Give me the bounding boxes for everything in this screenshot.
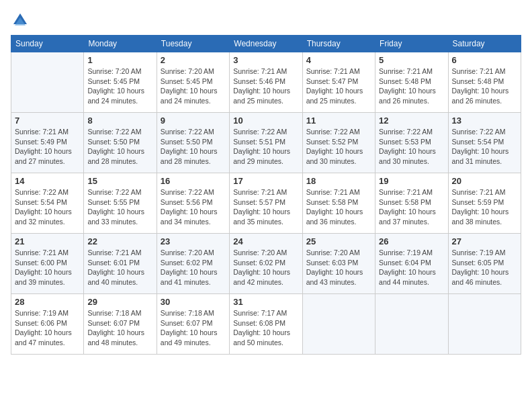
day-info: Sunrise: 7:22 AM Sunset: 5:55 PM Dayligh…	[87, 187, 152, 227]
day-info: Sunrise: 7:21 AM Sunset: 5:48 PM Dayligh…	[379, 66, 444, 106]
calendar-cell: 17Sunrise: 7:21 AM Sunset: 5:57 PM Dayli…	[230, 173, 302, 234]
week-row-2: 7Sunrise: 7:21 AM Sunset: 5:49 PM Daylig…	[11, 113, 521, 173]
day-info: Sunrise: 7:20 AM Sunset: 5:45 PM Dayligh…	[161, 66, 226, 106]
calendar-cell: 19Sunrise: 7:21 AM Sunset: 5:58 PM Dayli…	[375, 173, 448, 234]
day-number: 27	[452, 236, 517, 246]
day-info: Sunrise: 7:20 AM Sunset: 6:03 PM Dayligh…	[306, 248, 371, 287]
day-info: Sunrise: 7:22 AM Sunset: 5:56 PM Dayligh…	[161, 187, 226, 227]
calendar-cell: 14Sunrise: 7:22 AM Sunset: 5:54 PM Dayli…	[11, 173, 84, 234]
calendar-cell: 31Sunrise: 7:17 AM Sunset: 6:08 PM Dayli…	[230, 294, 302, 355]
day-info: Sunrise: 7:21 AM Sunset: 6:00 PM Dayligh…	[15, 248, 80, 287]
day-info: Sunrise: 7:19 AM Sunset: 6:04 PM Dayligh…	[379, 248, 444, 287]
day-number: 26	[379, 236, 444, 246]
day-info: Sunrise: 7:21 AM Sunset: 6:01 PM Dayligh…	[87, 248, 152, 287]
week-row-3: 14Sunrise: 7:22 AM Sunset: 5:54 PM Dayli…	[11, 173, 521, 234]
logo	[11, 11, 32, 30]
day-number: 3	[233, 55, 298, 65]
calendar-cell: 1Sunrise: 7:20 AM Sunset: 5:45 PM Daylig…	[84, 52, 157, 113]
day-number: 18	[306, 176, 371, 186]
day-info: Sunrise: 7:19 AM Sunset: 6:06 PM Dayligh…	[15, 308, 80, 348]
day-info: Sunrise: 7:21 AM Sunset: 5:46 PM Dayligh…	[233, 66, 298, 106]
calendar-cell: 20Sunrise: 7:21 AM Sunset: 5:59 PM Dayli…	[448, 173, 521, 234]
day-info: Sunrise: 7:19 AM Sunset: 6:05 PM Dayligh…	[452, 248, 517, 287]
day-info: Sunrise: 7:17 AM Sunset: 6:08 PM Dayligh…	[233, 308, 298, 348]
day-number: 20	[452, 176, 517, 186]
calendar-cell: 23Sunrise: 7:20 AM Sunset: 6:02 PM Dayli…	[157, 234, 229, 294]
calendar-cell: 5Sunrise: 7:21 AM Sunset: 5:48 PM Daylig…	[375, 52, 448, 113]
page-header	[11, 11, 521, 30]
day-number: 29	[87, 297, 152, 307]
day-number: 31	[233, 297, 298, 307]
day-info: Sunrise: 7:21 AM Sunset: 5:47 PM Dayligh…	[306, 66, 371, 106]
calendar-cell: 9Sunrise: 7:22 AM Sunset: 5:50 PM Daylig…	[157, 113, 229, 173]
calendar-cell: 4Sunrise: 7:21 AM Sunset: 5:47 PM Daylig…	[302, 52, 375, 113]
day-number: 1	[87, 55, 152, 65]
day-number: 15	[87, 176, 152, 186]
day-info: Sunrise: 7:21 AM Sunset: 5:58 PM Dayligh…	[379, 187, 444, 227]
day-number: 6	[452, 55, 517, 65]
calendar-cell: 30Sunrise: 7:18 AM Sunset: 6:07 PM Dayli…	[157, 294, 229, 355]
day-info: Sunrise: 7:18 AM Sunset: 6:07 PM Dayligh…	[161, 308, 226, 348]
day-number: 7	[15, 116, 80, 126]
day-header-saturday: Saturday	[448, 36, 521, 52]
day-number: 21	[15, 236, 80, 246]
calendar-cell	[448, 294, 521, 355]
calendar-cell: 25Sunrise: 7:20 AM Sunset: 6:03 PM Dayli…	[302, 234, 375, 294]
day-number: 16	[161, 176, 226, 186]
calendar-cell: 24Sunrise: 7:20 AM Sunset: 6:02 PM Dayli…	[230, 234, 302, 294]
day-info: Sunrise: 7:20 AM Sunset: 5:45 PM Dayligh…	[87, 66, 152, 106]
day-info: Sunrise: 7:22 AM Sunset: 5:53 PM Dayligh…	[379, 127, 444, 167]
calendar-cell: 12Sunrise: 7:22 AM Sunset: 5:53 PM Dayli…	[375, 113, 448, 173]
day-number: 28	[15, 297, 80, 307]
calendar-cell: 2Sunrise: 7:20 AM Sunset: 5:45 PM Daylig…	[157, 52, 229, 113]
calendar-cell	[11, 52, 84, 113]
day-info: Sunrise: 7:22 AM Sunset: 5:52 PM Dayligh…	[306, 127, 371, 167]
day-number: 13	[452, 116, 517, 126]
calendar-cell: 8Sunrise: 7:22 AM Sunset: 5:50 PM Daylig…	[84, 113, 157, 173]
day-info: Sunrise: 7:22 AM Sunset: 5:50 PM Dayligh…	[87, 127, 152, 167]
calendar-cell: 22Sunrise: 7:21 AM Sunset: 6:01 PM Dayli…	[84, 234, 157, 294]
calendar-cell	[302, 294, 375, 355]
calendar-cell: 13Sunrise: 7:22 AM Sunset: 5:54 PM Dayli…	[448, 113, 521, 173]
day-number: 30	[161, 297, 226, 307]
day-info: Sunrise: 7:22 AM Sunset: 5:54 PM Dayligh…	[15, 187, 80, 227]
calendar-cell: 26Sunrise: 7:19 AM Sunset: 6:04 PM Dayli…	[375, 234, 448, 294]
day-number: 22	[87, 236, 152, 246]
day-header-monday: Monday	[84, 36, 157, 52]
week-row-1: 1Sunrise: 7:20 AM Sunset: 5:45 PM Daylig…	[11, 52, 521, 113]
day-info: Sunrise: 7:20 AM Sunset: 6:02 PM Dayligh…	[233, 248, 298, 287]
day-number: 12	[379, 116, 444, 126]
calendar-cell: 10Sunrise: 7:22 AM Sunset: 5:51 PM Dayli…	[230, 113, 302, 173]
day-number: 9	[161, 116, 226, 126]
day-number: 4	[306, 55, 371, 65]
calendar-header-row: SundayMondayTuesdayWednesdayThursdayFrid…	[11, 36, 521, 52]
day-number: 10	[233, 116, 298, 126]
day-number: 17	[233, 176, 298, 186]
day-info: Sunrise: 7:21 AM Sunset: 5:57 PM Dayligh…	[233, 187, 298, 227]
day-number: 14	[15, 176, 80, 186]
day-number: 25	[306, 236, 371, 246]
day-header-wednesday: Wednesday	[230, 36, 302, 52]
calendar-cell: 3Sunrise: 7:21 AM Sunset: 5:46 PM Daylig…	[230, 52, 302, 113]
day-info: Sunrise: 7:22 AM Sunset: 5:54 PM Dayligh…	[452, 127, 517, 167]
day-info: Sunrise: 7:21 AM Sunset: 5:48 PM Dayligh…	[452, 66, 517, 106]
calendar-cell: 18Sunrise: 7:21 AM Sunset: 5:58 PM Dayli…	[302, 173, 375, 234]
day-number: 19	[379, 176, 444, 186]
calendar-cell: 27Sunrise: 7:19 AM Sunset: 6:05 PM Dayli…	[448, 234, 521, 294]
day-header-sunday: Sunday	[11, 36, 84, 52]
logo-icon	[11, 11, 30, 30]
week-row-4: 21Sunrise: 7:21 AM Sunset: 6:00 PM Dayli…	[11, 234, 521, 294]
calendar-cell	[375, 294, 448, 355]
day-info: Sunrise: 7:20 AM Sunset: 6:02 PM Dayligh…	[161, 248, 226, 287]
calendar-cell: 29Sunrise: 7:18 AM Sunset: 6:07 PM Dayli…	[84, 294, 157, 355]
day-header-thursday: Thursday	[302, 36, 375, 52]
day-number: 2	[161, 55, 226, 65]
week-row-5: 28Sunrise: 7:19 AM Sunset: 6:06 PM Dayli…	[11, 294, 521, 355]
day-number: 5	[379, 55, 444, 65]
day-number: 8	[87, 116, 152, 126]
calendar-cell: 11Sunrise: 7:22 AM Sunset: 5:52 PM Dayli…	[302, 113, 375, 173]
day-info: Sunrise: 7:18 AM Sunset: 6:07 PM Dayligh…	[87, 308, 152, 348]
calendar-cell: 21Sunrise: 7:21 AM Sunset: 6:00 PM Dayli…	[11, 234, 84, 294]
day-number: 11	[306, 116, 371, 126]
calendar-cell: 7Sunrise: 7:21 AM Sunset: 5:49 PM Daylig…	[11, 113, 84, 173]
